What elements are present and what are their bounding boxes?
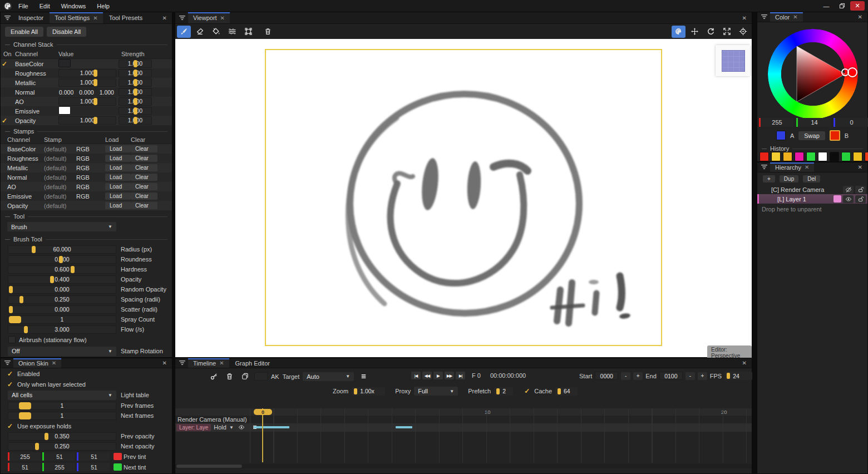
- menu-help[interactable]: Help: [92, 3, 115, 9]
- restore-button[interactable]: [835, 1, 849, 11]
- playhead-handle[interactable]: 0: [254, 409, 272, 415]
- channel-row-basecolor[interactable]: ✓ BaseColor 1.000: [1, 59, 172, 68]
- tab-color[interactable]: Color✕: [770, 12, 803, 22]
- duplicate-node-button[interactable]: Dup: [780, 175, 798, 182]
- go-to-start-button[interactable]: |◀: [411, 372, 421, 379]
- stamp-mode[interactable]: RGB: [76, 155, 105, 162]
- channel-row-normal[interactable]: Normal 0.0000.0001.000 1.000: [1, 87, 172, 97]
- history-swatch[interactable]: [841, 152, 851, 161]
- visibility-toggle[interactable]: [843, 195, 854, 203]
- swap-button[interactable]: Swap: [798, 131, 825, 140]
- next-tint-swatch[interactable]: [114, 463, 122, 471]
- fps-field[interactable]: 24: [724, 372, 752, 380]
- prev-opacity-slider[interactable]: 0.350: [8, 432, 116, 441]
- key-count-field[interactable]: [254, 372, 268, 381]
- history-swatch[interactable]: [865, 152, 868, 161]
- panel-menu-icon[interactable]: [4, 14, 11, 22]
- cache-field[interactable]: 64: [555, 387, 578, 396]
- clear-button[interactable]: Clear: [131, 174, 157, 181]
- layers-filter-button[interactable]: [357, 371, 369, 382]
- close-button[interactable]: ✕: [850, 1, 865, 11]
- step-forward-button[interactable]: ▶▶: [445, 372, 454, 379]
- step-back-button[interactable]: ◀◀: [422, 372, 432, 379]
- history-swatch[interactable]: [806, 152, 816, 161]
- spray-count-slider[interactable]: 1: [8, 315, 116, 324]
- scatter-slider[interactable]: 0.000: [8, 305, 116, 314]
- history-swatch[interactable]: [830, 152, 839, 161]
- next-frames-slider[interactable]: 1: [8, 412, 116, 420]
- tab-close-icon[interactable]: ✕: [93, 15, 97, 21]
- history-swatch[interactable]: [795, 152, 804, 161]
- load-button[interactable]: Load: [105, 145, 131, 152]
- layer-visibility-toggle[interactable]: [236, 423, 247, 431]
- end-frame-field[interactable]: 0100: [659, 372, 683, 380]
- keyframe-bar[interactable]: [254, 426, 289, 428]
- lock-toggle[interactable]: [855, 195, 866, 203]
- channel-row-roughness[interactable]: Roughness 1.000 1.000: [1, 68, 172, 78]
- tab-close-icon[interactable]: ✕: [220, 15, 225, 21]
- tab-tool-presets[interactable]: Tool Presets: [104, 12, 148, 23]
- check-icon[interactable]: ✓: [1, 60, 8, 68]
- start-frame-field[interactable]: 0000: [595, 372, 618, 380]
- load-button[interactable]: Load: [105, 192, 131, 200]
- prev-tint-swatch[interactable]: [114, 453, 122, 460]
- history-swatch[interactable]: [818, 152, 827, 161]
- clear-button[interactable]: Clear: [131, 192, 157, 200]
- panel-close-icon[interactable]: ✕: [855, 164, 865, 170]
- start-decrement-button[interactable]: -: [621, 372, 630, 380]
- stamp-mode[interactable]: RGB: [76, 174, 105, 181]
- smudge-tool-button[interactable]: [225, 26, 239, 38]
- tab-tool-settings[interactable]: Tool Settings✕: [50, 12, 102, 23]
- panel-close-icon[interactable]: ✕: [160, 15, 170, 21]
- tab-graph-editor[interactable]: Graph Editor: [230, 358, 275, 368]
- tab-onion-skin[interactable]: Onion Skin✕: [13, 358, 61, 368]
- tab-close-icon[interactable]: ✕: [805, 164, 809, 170]
- clear-button[interactable]: Clear: [131, 183, 157, 190]
- stamp-mode[interactable]: RGB: [76, 146, 105, 152]
- strength-slider[interactable]: 1.000: [119, 97, 152, 106]
- normal-vector-fields[interactable]: 0.0000.0001.000: [58, 89, 119, 96]
- tab-viewport[interactable]: Viewport✕: [188, 12, 230, 23]
- value-slider[interactable]: 1.000: [58, 69, 116, 77]
- channel-row-metallic[interactable]: Metallic 1.000 1.000: [1, 78, 172, 87]
- duplicate-key-button[interactable]: [239, 371, 251, 382]
- menu-windows[interactable]: Windows: [56, 3, 91, 9]
- stamp-mode[interactable]: RGB: [76, 184, 105, 190]
- target-dropdown[interactable]: Auto▼: [303, 372, 354, 381]
- keyframe-bar[interactable]: [396, 426, 412, 428]
- color-b-swatch[interactable]: [830, 130, 840, 141]
- transform-tool-button[interactable]: [241, 26, 255, 38]
- tool-dropdown[interactable]: Brush ▼: [7, 222, 116, 231]
- visibility-toggle[interactable]: [843, 186, 854, 194]
- tab-close-icon[interactable]: ✕: [219, 360, 224, 366]
- radius-slider[interactable]: 60.000: [8, 245, 116, 254]
- tab-inspector[interactable]: Inspector: [13, 12, 48, 23]
- load-button[interactable]: Load: [105, 164, 131, 171]
- prefetch-field[interactable]: 2: [494, 387, 513, 396]
- green-field[interactable]: 14: [796, 118, 831, 127]
- next-tint-r-field[interactable]: 51: [8, 463, 41, 471]
- prev-tint-g-field[interactable]: 51: [42, 452, 75, 461]
- start-increment-button[interactable]: +: [633, 372, 643, 380]
- channel-row-emissive[interactable]: Emissive 1.000: [1, 106, 172, 116]
- strength-slider[interactable]: 1.000: [119, 116, 152, 125]
- tab-timeline[interactable]: Timeline✕: [188, 358, 229, 368]
- stamp-rotation-dropdown[interactable]: Off ▼: [8, 347, 116, 356]
- panel-close-icon[interactable]: ✕: [160, 360, 170, 366]
- stamp-mode[interactable]: RGB: [76, 165, 105, 171]
- chevron-down-icon[interactable]: ▼: [229, 425, 234, 430]
- strength-slider[interactable]: 1.000: [119, 60, 152, 68]
- random-opacity-slider[interactable]: 0.000: [8, 285, 116, 294]
- panel-menu-icon[interactable]: [4, 359, 11, 367]
- panel-close-icon[interactable]: ✕: [739, 15, 749, 21]
- load-button[interactable]: Load: [105, 155, 131, 162]
- panel-close-icon[interactable]: ✕: [739, 360, 749, 366]
- value-slider[interactable]: 1.000: [58, 78, 116, 87]
- airbrush-checkbox[interactable]: [8, 336, 16, 343]
- prev-tint-b-field[interactable]: 51: [77, 452, 110, 461]
- scale-mode-button[interactable]: [720, 26, 734, 38]
- next-tint-g-field[interactable]: 255: [42, 463, 75, 471]
- clear-button[interactable]: Clear: [131, 145, 157, 152]
- add-node-button[interactable]: +: [763, 175, 775, 182]
- history-swatch[interactable]: [760, 152, 769, 161]
